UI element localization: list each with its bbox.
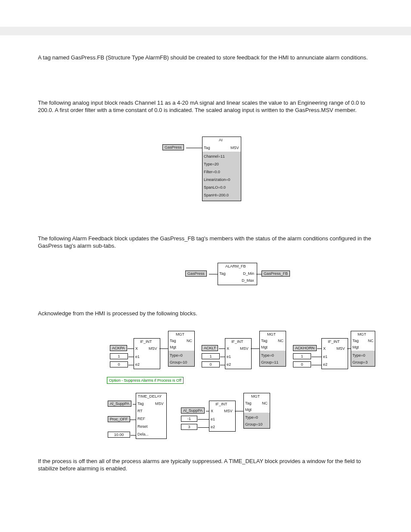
port-mgt: Mgt — [170, 345, 176, 349]
tag-al-supppa: Al_SuppPA — [181, 408, 205, 414]
comment-suppress: Option - Suppress Alarms if Process is O… — [107, 377, 184, 384]
mgt-group: Group=3 — [352, 360, 367, 364]
port-nc: NC — [368, 339, 374, 343]
port-mgt: Mgt — [245, 408, 252, 412]
ifint-title: IF_INT — [328, 339, 340, 344]
alarmfb-port-left: Tag — [219, 271, 226, 276]
port-nc: NC — [187, 339, 192, 343]
port-tag: Tag — [137, 401, 144, 406]
tag-gaspress: GasPress — [162, 144, 184, 150]
port-x: X — [323, 346, 326, 351]
paragraph: The following Alarm Feedback block updat… — [38, 235, 374, 250]
port-dela: Dela... — [137, 432, 149, 436]
port-e1: e1 — [211, 417, 215, 421]
port-x: X — [211, 409, 213, 413]
ifint-title: IF_INT — [231, 339, 243, 344]
port-mgt: Mgt — [352, 345, 359, 349]
mgt-group: Group=10 — [170, 360, 187, 364]
tag-ackhorn: ACKHORN — [293, 345, 317, 351]
mgt-type: Type=0 — [352, 353, 365, 358]
port-tag: Tag — [352, 339, 359, 343]
mgt-title: MGT — [176, 332, 184, 336]
port-msv: MSV — [224, 409, 233, 413]
mgt-type: Type=0 — [261, 353, 274, 358]
port-msv: MSV — [240, 346, 249, 351]
port-tag: Tag — [170, 339, 176, 343]
mgt-type: Type=0 — [170, 353, 183, 358]
const-0: 0 — [110, 361, 128, 367]
port-e2: e2 — [135, 362, 140, 367]
tag-gaspress: GasPress — [185, 271, 207, 277]
const-0: 0 — [202, 361, 220, 367]
port-nc: NC — [262, 401, 268, 405]
port-e2: e2 — [323, 362, 327, 367]
mgt-type: Type=0 — [245, 415, 258, 420]
alarmfb-port-r1: D_Min — [243, 271, 254, 276]
ai-prop: Type=20 — [204, 162, 219, 166]
ai-prop: Channel=11 — [204, 154, 225, 159]
port-x: X — [135, 346, 138, 351]
tag-acklt: ACKLT — [202, 345, 218, 351]
tag-gaspress-fb: GasPress_FB — [262, 271, 290, 277]
const-1: 1 — [293, 353, 311, 359]
ai-title: AI — [219, 138, 223, 142]
port-e2: e2 — [211, 425, 215, 429]
paragraph: Acknowledge from the HMI is processed by… — [38, 310, 374, 317]
const-10: 10.00 — [108, 432, 130, 438]
alarmfb-port-r2: D_Max — [242, 278, 254, 283]
port-e2: e2 — [227, 362, 231, 367]
const-0: 0 — [293, 361, 311, 367]
mgt-group: Group=10 — [245, 422, 262, 426]
port-mgt: Mgt — [261, 345, 268, 349]
port-rt: RT — [137, 409, 143, 413]
alarmfb-title: ALARM_FB — [225, 264, 246, 268]
const-3: 3 — [181, 424, 197, 430]
ai-port-left: Tag — [204, 146, 210, 150]
mgt-title: MGT — [267, 332, 276, 336]
port-msv: MSV — [336, 346, 345, 351]
ai-prop: SpanLO=0.0 — [204, 185, 226, 190]
tag-proc-off: Proc_OFF — [108, 416, 130, 422]
tag-ackpa: ACKPA — [110, 345, 127, 351]
port-nc: NC — [278, 339, 283, 343]
port-tag: Tag — [245, 401, 252, 405]
const-neg1: -1 — [181, 416, 197, 422]
ifint-title: IF_INT — [215, 402, 227, 406]
port-msv: MSV — [149, 346, 157, 351]
paragraph: The following analog input block reads C… — [38, 100, 374, 114]
ai-port-right: MSV — [230, 146, 239, 150]
ai-prop: Filter=0.0 — [204, 170, 220, 174]
mgt-title: MGT — [251, 394, 260, 398]
port-e1: e1 — [323, 355, 327, 359]
timedelay-title: TIME_DELAY — [138, 394, 162, 398]
mgt-title: MGT — [358, 332, 366, 336]
paragraph: If the process is off then all of the pr… — [38, 458, 374, 473]
port-ref: REF — [137, 417, 145, 421]
ai-prop: SpanHI=200.0 — [204, 193, 229, 197]
mgt-group: Group=11 — [261, 360, 278, 364]
port-e1: e1 — [135, 355, 140, 359]
paragraph: A tag named GasPress.FB (Structure Type … — [38, 54, 374, 62]
port-tag: Tag — [261, 339, 268, 343]
ai-prop: Linearization=0 — [204, 177, 230, 182]
port-msv: MSV — [155, 401, 164, 406]
tag-al-supppa: Al_SuppPA — [108, 401, 131, 407]
port-x: X — [227, 346, 229, 351]
const-1: 1 — [110, 353, 128, 359]
ifint-title: IF_INT — [140, 339, 152, 344]
const-1: 1 — [202, 353, 220, 359]
port-reset: Reset — [137, 424, 148, 429]
port-e1: e1 — [227, 355, 231, 359]
